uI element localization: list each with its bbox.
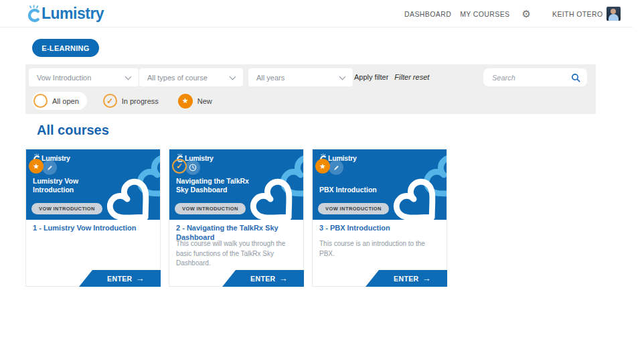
course-banner[interactable]: Lumistry ★ PBX Introduction VOW INTRODUC… — [313, 149, 447, 220]
category-badge: VOW INTRODUCTION — [175, 203, 246, 214]
filter-reset-link[interactable]: Filter reset — [394, 73, 429, 81]
toggle-label: In progress — [122, 97, 159, 105]
user-name[interactable]: KEITH OTERO — [552, 10, 603, 18]
lumistry-cloud-icon — [23, 4, 41, 22]
banner-title: Navigating the TalkRx Sky Dashboard — [176, 177, 263, 194]
new-badge-icon: ★ — [29, 159, 44, 174]
banner-title: PBX Introduction — [319, 186, 406, 194]
toggle-label: New — [197, 97, 212, 105]
course-card-2: Lumistry ✓ Navigating the TalkRx Sky Das… — [169, 149, 304, 287]
year-filter-dropdown[interactable]: All years — [248, 68, 353, 86]
toggle-label: All open — [52, 97, 79, 105]
course-banner[interactable]: Lumistry ★ Lumistry Vow Introduction VOW… — [26, 149, 160, 220]
avatar-head — [611, 9, 616, 14]
elearning-button[interactable]: E-LEARNING — [32, 39, 99, 57]
course-card-1: Lumistry ★ Lumistry Vow Introduction VOW… — [25, 149, 161, 287]
course-filter-value: Vow Introduction — [37, 74, 91, 82]
arrow-right-icon: → — [422, 274, 431, 283]
page-title: All courses — [37, 123, 109, 138]
toggle-all-open[interactable]: All open — [32, 92, 87, 110]
search-input[interactable] — [483, 74, 564, 82]
type-filter-value: All types of course — [147, 74, 208, 82]
enter-button[interactable]: ENTER→ — [222, 270, 304, 287]
chevron-down-icon — [125, 74, 132, 80]
course-title-link[interactable]: 3 - PBX Introduction — [319, 223, 441, 232]
in-progress-badge-icon: ✓ — [172, 159, 187, 174]
open-circle-icon — [33, 94, 48, 108]
chevron-down-icon — [339, 74, 346, 80]
toggle-in-progress[interactable]: ✓ In progress — [103, 94, 159, 108]
pencil-icon — [42, 160, 57, 175]
banner-title: Lumistry Vow Introduction — [33, 177, 120, 194]
header-nav: DASHBOARD MY COURSES ⚙ KEITH OTERO — [404, 0, 621, 27]
chevron-down-icon — [230, 74, 236, 80]
gear-icon[interactable]: ⚙ — [522, 9, 531, 19]
nav-dashboard[interactable]: DASHBOARD — [404, 10, 451, 18]
search-button[interactable] — [564, 68, 587, 86]
type-filter-dropdown[interactable]: All types of course — [139, 68, 243, 86]
course-title-link[interactable]: 1 - Lumistry Vow Introduction — [33, 223, 155, 232]
lumistry-logo[interactable]: Lumistry — [23, 4, 104, 22]
search-box — [483, 68, 587, 86]
elearning-page: Lumistry DASHBOARD MY COURSES ⚙ KEITH OT… — [0, 0, 644, 337]
course-description: This course will walk you through the ba… — [176, 239, 298, 269]
enter-button[interactable]: ENTER→ — [366, 270, 447, 287]
arrow-right-icon: → — [136, 274, 145, 283]
nav-my-courses[interactable]: MY COURSES — [460, 10, 509, 18]
logo-text: Lumistry — [42, 5, 104, 22]
arrow-right-icon: → — [279, 274, 288, 283]
user-avatar[interactable] — [607, 7, 621, 21]
filter-panel: Vow Introduction All types of course All… — [25, 64, 596, 114]
year-filter-value: All years — [256, 74, 285, 82]
star-circle-icon: ★ — [178, 94, 193, 109]
new-badge-icon: ★ — [315, 159, 330, 174]
course-card-3: Lumistry ★ PBX Introduction VOW INTRODUC… — [312, 149, 447, 287]
search-icon — [571, 73, 580, 82]
toggle-new[interactable]: ★ New — [178, 94, 212, 109]
enter-button[interactable]: ENTER→ — [79, 270, 161, 287]
course-banner[interactable]: Lumistry ✓ Navigating the TalkRx Sky Das… — [169, 149, 303, 220]
course-description: This course is an introduction to the PB… — [319, 239, 441, 259]
check-circle-icon: ✓ — [103, 94, 117, 108]
course-filter-dropdown[interactable]: Vow Introduction — [29, 68, 139, 86]
pencil-icon — [329, 160, 343, 175]
clock-icon — [185, 160, 200, 175]
category-badge: VOW INTRODUCTION — [31, 203, 102, 214]
top-header: Lumistry DASHBOARD MY COURSES ⚙ KEITH OT… — [0, 0, 633, 27]
status-toggles: All open ✓ In progress ★ New — [32, 92, 212, 110]
apply-filter-link[interactable]: Apply filter — [354, 73, 388, 81]
filter-actions: Apply filter Filter reset — [354, 73, 429, 81]
category-badge: VOW INTRODUCTION — [318, 203, 389, 214]
avatar-body — [609, 14, 619, 21]
